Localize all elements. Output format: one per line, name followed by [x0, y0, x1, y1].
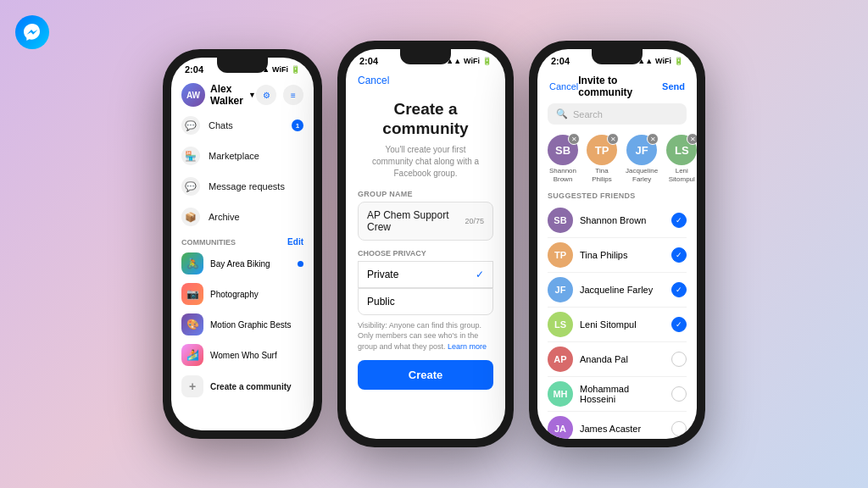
communities-edit-button[interactable]: Edit: [287, 237, 303, 247]
friend-name-1: Tina Philips: [580, 250, 665, 260]
chats-badge: 1: [292, 119, 303, 131]
nav-item-marketplace[interactable]: 🏪 Marketplace: [171, 141, 314, 171]
chats-icon: 💬: [181, 116, 200, 135]
selected-person-leni: LS ✕ Leni Sitompul: [666, 135, 697, 183]
women-surf-icon: 🏄: [181, 344, 203, 366]
time-1: 2:04: [185, 64, 203, 75]
invite-cancel-button[interactable]: Cancel: [549, 81, 578, 92]
friend-check-4[interactable]: [671, 352, 687, 367]
selected-person-shannon: SB ✕ Shannon Brown: [548, 135, 578, 183]
friend-check-3[interactable]: ✓: [671, 317, 687, 332]
messenger-logo: [15, 15, 49, 49]
learn-more-link[interactable]: Learn more: [448, 342, 487, 351]
motion-graphic-icon: 🎨: [181, 313, 203, 336]
create-community-form: Group name AP Chem Support Crew 20/75 Ch…: [346, 190, 505, 352]
friend-check-0[interactable]: ✓: [671, 213, 687, 228]
selected-name-jacqueline: Jacqueline Farley: [626, 167, 658, 183]
message-requests-label: Message requests: [209, 181, 285, 191]
group-name-value: AP Chem Support Crew: [367, 209, 465, 233]
marketplace-icon: 🏪: [181, 147, 200, 165]
community-photography[interactable]: 📷 Photography: [171, 279, 314, 309]
motion-graphic-label: Motion Graphic Bests: [210, 320, 292, 330]
friend-check-5[interactable]: [671, 386, 687, 402]
friend-name-2: Jacqueline Farley: [580, 285, 665, 295]
compose-icon-btn[interactable]: ≡: [283, 85, 303, 105]
create-community-nav: Cancel: [346, 69, 505, 93]
search-icon: 🔍: [556, 108, 568, 119]
privacy-private-option[interactable]: Private ✓: [358, 261, 493, 288]
photography-label: Photography: [210, 290, 259, 299]
wifi-icon-3: WiFi: [655, 57, 671, 65]
selected-people-row: SB ✕ Shannon Brown TP ✕ Tina Philips: [537, 131, 697, 190]
friend-item-4[interactable]: AP Ananda Pal: [537, 342, 697, 376]
nav-item-archive[interactable]: 📦 Archive: [171, 202, 314, 232]
phones-container: 2:04 ▲▲▲ WiFi 🔋 AW Alex Walker ▼ ⚙ ≡: [163, 41, 705, 447]
user-avatar: AW: [181, 83, 205, 107]
friend-avatar-0: SB: [548, 208, 573, 233]
cancel-button-2[interactable]: Cancel: [358, 75, 389, 86]
friend-item-5[interactable]: MH Mohammad Hosseini: [537, 377, 697, 411]
remove-leni-button[interactable]: ✕: [687, 133, 697, 145]
suggested-friends-label: SUGGESTED FRIENDS: [537, 190, 697, 203]
community-women-surf[interactable]: 🏄 Women Who Surf: [171, 340, 314, 370]
bay-area-biking-dot: [298, 261, 303, 267]
remove-tina-button[interactable]: ✕: [607, 133, 619, 145]
create-community-label: Create a community: [210, 382, 292, 391]
phone-notch-2: [400, 49, 451, 64]
create-community-title: Create a community: [346, 93, 505, 142]
friend-check-6[interactable]: [671, 421, 687, 436]
remove-shannon-button[interactable]: ✕: [568, 133, 580, 145]
friend-item-1[interactable]: TP Tina Philips ✓: [537, 238, 697, 272]
friend-avatar-1: TP: [548, 242, 573, 268]
remove-jacqueline-button[interactable]: ✕: [647, 133, 659, 145]
friend-item-2[interactable]: JF Jacqueline Farley ✓: [537, 273, 697, 307]
nav-item-chats[interactable]: 💬 Chats 1: [171, 110, 314, 141]
invite-send-button[interactable]: Send: [662, 81, 685, 92]
create-community-button[interactable]: + Create a community: [171, 370, 314, 402]
user-name: Alex Walker: [210, 83, 243, 107]
message-requests-icon: 💬: [181, 177, 200, 196]
char-count: 20/75: [465, 217, 484, 225]
search-bar[interactable]: 🔍 Search: [548, 103, 687, 125]
bay-area-biking-label: Bay Area Biking: [210, 259, 270, 269]
community-motion-graphic[interactable]: 🎨 Motion Graphic Bests: [171, 309, 314, 340]
privacy-label: Choose privacy: [358, 249, 493, 258]
public-label: Public: [367, 296, 395, 308]
phone-sidebar: 2:04 ▲▲▲ WiFi 🔋 AW Alex Walker ▼ ⚙ ≡: [163, 49, 322, 439]
friend-name-3: Leni Sitompul: [580, 319, 665, 330]
battery-icon-2: 🔋: [482, 57, 492, 65]
dropdown-icon: ▼: [248, 91, 256, 99]
selected-person-jacqueline: JF ✕ Jacqueline Farley: [626, 135, 658, 183]
private-check: ✓: [476, 269, 484, 280]
friend-item-6[interactable]: JA James Acaster: [537, 412, 697, 439]
sidebar-user[interactable]: AW Alex Walker ▼: [181, 83, 256, 107]
selected-name-tina: Tina Philips: [587, 167, 617, 183]
battery-icon-3: 🔋: [674, 57, 683, 65]
privacy-public-option[interactable]: Public: [358, 288, 493, 315]
friend-name-0: Shannon Brown: [580, 215, 665, 225]
friend-name-5: Mohammad Hosseini: [580, 384, 665, 404]
group-name-input[interactable]: AP Chem Support Crew 20/75: [358, 202, 493, 241]
search-placeholder: Search: [573, 109, 603, 119]
bay-area-biking-icon: 🚴: [181, 252, 203, 274]
friends-list: SB Shannon Brown ✓ TP Tina Philips ✓ JF …: [537, 203, 697, 439]
visibility-text: Visibility: Anyone can find this group. …: [358, 320, 493, 352]
friend-check-2[interactable]: ✓: [671, 282, 687, 297]
community-bay-area-biking[interactable]: 🚴 Bay Area Biking: [171, 248, 314, 279]
settings-icon-btn[interactable]: ⚙: [256, 85, 276, 105]
nav-item-message-requests[interactable]: 💬 Message requests: [171, 171, 314, 202]
phone-notch: [217, 58, 268, 73]
selected-name-leni: Leni Sitompul: [666, 167, 697, 183]
battery-icon: 🔋: [291, 65, 300, 74]
friend-item-0[interactable]: SB Shannon Brown ✓: [537, 203, 697, 237]
friend-avatar-4: AP: [548, 347, 573, 372]
friend-check-1[interactable]: ✓: [671, 247, 687, 263]
create-button[interactable]: Create: [358, 360, 493, 390]
selected-avatar-wrap-leni: LS ✕: [666, 135, 697, 165]
friend-item-3[interactable]: LS Leni Sitompul ✓: [537, 308, 697, 341]
selected-name-shannon: Shannon Brown: [548, 167, 578, 183]
communities-section-header: Communities Edit: [171, 232, 314, 248]
sidebar-action-icons: ⚙ ≡: [256, 85, 303, 105]
wifi-icon: WiFi: [272, 65, 288, 74]
women-surf-label: Women Who Surf: [210, 351, 277, 360]
